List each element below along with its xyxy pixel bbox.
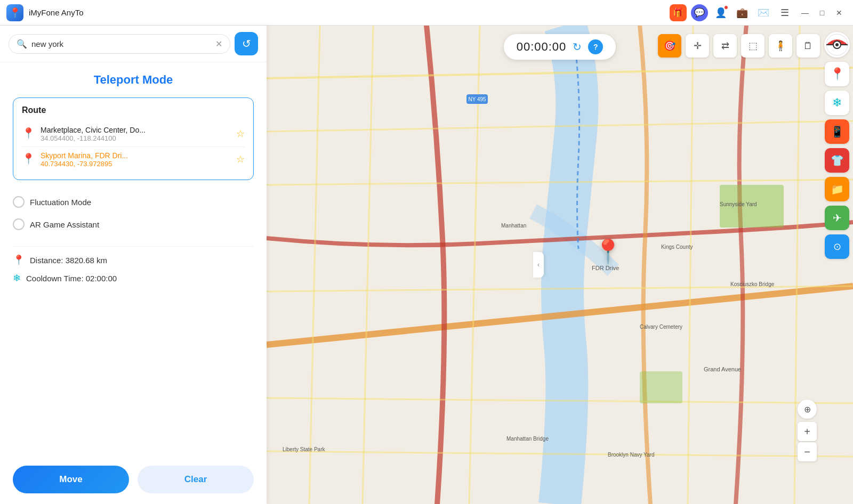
- user-icon[interactable]: 👤: [712, 4, 729, 21]
- svg-point-29: [835, 43, 839, 46]
- route-from-pin-icon: 📍: [22, 127, 35, 140]
- close-button[interactable]: ✕: [832, 5, 847, 20]
- location-pin-marker: 📍: [593, 238, 623, 265]
- svg-text:Kings County: Kings County: [661, 244, 693, 250]
- svg-text:Brooklyn Navy Yard: Brooklyn Navy Yard: [608, 452, 654, 458]
- route-to-item: 📍 Skyport Marina, FDR Dri... 40.734430, …: [22, 147, 245, 172]
- waypoint-button[interactable]: 📍: [825, 62, 849, 86]
- zoom-in-button[interactable]: +: [798, 422, 817, 441]
- svg-rect-13: [640, 371, 682, 403]
- route-to-info: Skyport Marina, FDR Dri... 40.734430, -7…: [41, 151, 231, 168]
- history-button[interactable]: 🗒: [796, 34, 820, 58]
- map-tools-row: 🎯 ✛ ⇄ ⬚ 🧍 🗒: [658, 34, 820, 58]
- radio-group: Fluctuation Mode AR Game Assistant: [13, 191, 254, 235]
- distance-icon: 📍: [13, 254, 25, 266]
- search-icon: 🔍: [17, 39, 27, 49]
- route-from-coords: 34.054400, -118.244100: [41, 134, 231, 142]
- pokeball-button[interactable]: [824, 32, 850, 58]
- menu-icon[interactable]: ☰: [776, 4, 793, 21]
- distance-label: Distance: 3820.68 km: [30, 256, 107, 265]
- divider: [13, 246, 254, 247]
- svg-text:NY 495: NY 495: [468, 96, 486, 102]
- distance-row: 📍 Distance: 3820.68 km: [13, 251, 254, 269]
- move-button[interactable]: Move: [13, 466, 129, 493]
- search-input-wrap: 🔍 ✕: [9, 34, 230, 54]
- ar-game-assistant-radio[interactable]: [13, 218, 25, 230]
- route-to-pin-icon: 📍: [22, 152, 35, 165]
- svg-text:Sunnyside Yard: Sunnyside Yard: [720, 201, 757, 207]
- window-controls: — □ ✕: [798, 5, 847, 20]
- phone-button[interactable]: 📱: [825, 119, 849, 144]
- app-title: iMyFone AnyTo: [29, 8, 670, 17]
- route-from-item: 📍 Marketplace, Civic Center, Do... 34.05…: [22, 121, 245, 147]
- rect-select-button[interactable]: ⬚: [741, 34, 765, 58]
- cooldown-icon: ❄: [13, 272, 21, 284]
- timer-display: 00:00:00: [517, 40, 567, 54]
- fluctuation-mode-radio[interactable]: [13, 196, 25, 208]
- move-mode-button[interactable]: ✛: [686, 34, 709, 58]
- pin-mode-button[interactable]: 🧍: [769, 34, 792, 58]
- route-from-star-icon[interactable]: ☆: [236, 128, 245, 140]
- cooldown-row: ❄ Cooldown Time: 02:00:00: [13, 269, 254, 287]
- route-to-coords: 40.734430, -73.972895: [41, 160, 231, 168]
- cooldown-label: Cooldown Time: 02:00:00: [26, 274, 117, 283]
- notification-dot: [724, 5, 728, 10]
- route-from-name: Marketplace, Civic Center, Do...: [41, 126, 231, 134]
- teleport-mode-button[interactable]: 🎯: [658, 34, 681, 58]
- timer-refresh-icon[interactable]: ↻: [573, 40, 582, 53]
- zoom-controls: ⊕ + −: [798, 400, 817, 461]
- svg-text:Grand Avenue: Grand Avenue: [704, 366, 741, 372]
- route-from-info: Marketplace, Civic Center, Do... 34.0544…: [41, 126, 231, 142]
- shirt-button[interactable]: 👕: [825, 148, 849, 173]
- main-area: 🔍 ✕ ↺ Teleport Mode Route 📍 Marketplace,…: [0, 26, 853, 504]
- svg-text:FDR Drive: FDR Drive: [592, 265, 619, 271]
- ar-game-assistant-option[interactable]: AR Game Assistant: [13, 213, 254, 235]
- fluctuation-mode-label: Fluctuation Mode: [30, 198, 91, 207]
- ar-game-assistant-label: AR Game Assistant: [30, 220, 99, 229]
- timer-help-button[interactable]: ?: [588, 39, 603, 54]
- clear-search-icon[interactable]: ✕: [215, 39, 222, 49]
- svg-text:Manhattan: Manhattan: [501, 223, 526, 229]
- search-input[interactable]: [31, 39, 211, 48]
- share-button[interactable]: ✈: [825, 206, 849, 230]
- route-to-name: Skyport Marina, FDR Dri...: [41, 151, 231, 160]
- timer-pill: 00:00:00 ↻ ?: [504, 34, 616, 60]
- route-label: Route: [22, 105, 245, 115]
- toggle-button[interactable]: ⊙: [825, 234, 849, 259]
- zoom-out-button[interactable]: −: [798, 442, 817, 461]
- svg-text:Calvary Cemetery: Calvary Cemetery: [640, 324, 682, 330]
- freeze-button[interactable]: ❄: [825, 91, 849, 115]
- clear-button[interactable]: Clear: [138, 466, 254, 493]
- panel-buttons: Move Clear: [0, 457, 267, 504]
- route-box: Route 📍 Marketplace, Civic Center, Do...…: [13, 97, 254, 180]
- mail-icon[interactable]: ✉️: [755, 4, 772, 21]
- panel-content: Teleport Mode Route 📍 Marketplace, Civic…: [0, 62, 267, 457]
- folder-button[interactable]: 📁: [825, 177, 849, 201]
- search-bar: 🔍 ✕ ↺: [0, 26, 267, 62]
- briefcase-icon[interactable]: 💼: [734, 4, 751, 21]
- discord-icon[interactable]: 💬: [691, 4, 708, 21]
- svg-text:Liberty State Park: Liberty State Park: [283, 446, 325, 452]
- minimize-button[interactable]: —: [798, 5, 812, 20]
- left-panel: 🔍 ✕ ↺ Teleport Mode Route 📍 Marketplace,…: [0, 26, 267, 504]
- app-icon: 📍: [6, 4, 23, 21]
- svg-text:Manhattan Bridge: Manhattan Bridge: [506, 436, 549, 442]
- panel-title: Teleport Mode: [13, 73, 254, 87]
- route-to-star-icon[interactable]: ☆: [236, 153, 245, 165]
- gift-icon[interactable]: 🎁: [670, 4, 687, 21]
- map-area[interactable]: FDR Drive Sunnyside Yard Kosciuszko Brid…: [267, 26, 853, 504]
- compass-button[interactable]: ⊕: [798, 400, 817, 419]
- fluctuation-mode-option[interactable]: Fluctuation Mode: [13, 191, 254, 213]
- search-go-button[interactable]: ↺: [235, 32, 258, 55]
- maximize-button[interactable]: □: [815, 5, 830, 20]
- svg-text:Kosciuszko Bridge: Kosciuszko Bridge: [730, 281, 775, 287]
- right-toolbar: 📍 ❄ 📱 👕 📁 ✈ ⊙: [821, 26, 853, 504]
- route-mode-button[interactable]: ⇄: [713, 34, 737, 58]
- map-background: FDR Drive Sunnyside Yard Kosciuszko Brid…: [267, 26, 853, 504]
- collapse-panel-button[interactable]: ‹: [533, 252, 544, 278]
- titlebar-icons: 🎁 💬 👤 💼 ✉️ ☰: [670, 4, 793, 21]
- titlebar: 📍 iMyFone AnyTo 🎁 💬 👤 💼 ✉️ ☰ — □ ✕: [0, 0, 853, 26]
